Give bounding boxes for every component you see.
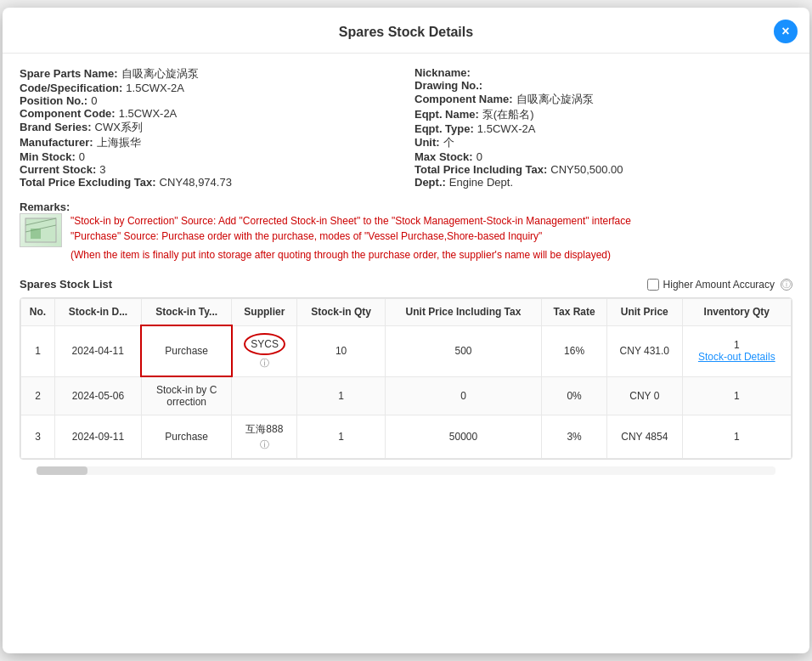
manufacturer-value: 上海振华: [97, 135, 141, 150]
eqpt-type-label: Eqpt. Type:: [414, 122, 474, 135]
remarks-line2: "Purchase" Source: Purchase order with t…: [70, 229, 631, 244]
supplier-circle: SYCS: [244, 333, 285, 355]
manufacturer-row: Manufacturer: 上海振华: [20, 135, 398, 150]
remarks-image: [20, 213, 62, 247]
dept-label: Dept.:: [414, 176, 446, 189]
row2-tax-rate: 0%: [542, 376, 607, 415]
row3-qty: 1: [297, 415, 386, 459]
current-stock-row: Current Stock: 3: [20, 163, 398, 176]
eqpt-name-row: Eqpt. Name: 泵(在船名): [414, 107, 792, 122]
row2-date: 2024-05-06: [55, 376, 142, 415]
component-code-value: 1.5CWX-2A: [119, 107, 178, 120]
col-stock-type: Stock-in Ty...: [141, 299, 231, 326]
drawing-no-label: Drawing No.:: [414, 79, 482, 92]
row3-date: 2024-09-11: [55, 415, 142, 459]
modal-container: Spares Stock Details × Spare Parts Name:…: [3, 8, 809, 653]
total-price-excl-value: CNY48,974.73: [160, 176, 232, 189]
row3-unit-price-tax: 50000: [385, 415, 541, 459]
row3-supplier: 互海888 ⓘ: [232, 415, 297, 459]
max-stock-row: Max Stock: 0: [414, 150, 792, 163]
horizontal-scrollbar[interactable]: [37, 466, 775, 475]
accuracy-label: Higher Amount Accuracy: [663, 279, 775, 291]
total-price-incl-label: Total Price Including Tax:: [414, 163, 547, 176]
max-stock-value: 0: [476, 150, 482, 163]
dept-row: Dept.: Engine Dept.: [414, 176, 792, 189]
col-unit-price: Unit Price: [607, 299, 683, 326]
eqpt-type-value: 1.5CWX-2A: [477, 122, 536, 135]
row2-inventory: 1: [682, 376, 791, 415]
close-button[interactable]: ×: [774, 20, 798, 43]
accuracy-checkbox[interactable]: [647, 279, 659, 291]
supplier-info-icon[interactable]: ⓘ: [238, 357, 291, 370]
stock-list-title: Spares Stock List: [20, 278, 112, 291]
table-header-row: No. Stock-in D... Stock-in Ty... Supplie…: [21, 299, 792, 326]
nickname-row: Nickname:: [414, 66, 792, 79]
row3-supplier-info-icon[interactable]: ⓘ: [237, 438, 291, 451]
component-code-row: Component Code: 1.5CWX-2A: [20, 107, 398, 120]
remarks-content: "Stock-in by Correction" Source: Add "Co…: [20, 213, 792, 263]
row2-supplier: [232, 376, 297, 415]
position-no-value: 0: [91, 94, 97, 107]
info-right-column: Nickname: Drawing No.: Component Name: 自…: [414, 66, 792, 189]
eqpt-name-label: Eqpt. Name:: [414, 108, 479, 121]
eqpt-name-value: 泵(在船名): [482, 107, 534, 122]
component-name-value: 自吸离心旋涡泵: [516, 92, 594, 107]
drawing-no-row: Drawing No.:: [414, 79, 792, 92]
accuracy-info-icon[interactable]: ⓘ: [781, 279, 792, 291]
spare-parts-name-row: Spare Parts Name: 自吸离心旋涡泵: [20, 66, 398, 82]
total-price-excl-row: Total Price Excluding Tax: CNY48,974.73: [20, 176, 398, 189]
component-name-label: Component Name:: [414, 93, 513, 105]
dept-value: Engine Dept.: [449, 176, 513, 189]
table-row: 2 2024-05-06 Stock-in by Correction 1 0 …: [21, 376, 792, 415]
unit-value: 个: [443, 135, 454, 150]
col-no: No.: [21, 299, 55, 326]
row3-unit-price: CNY 4854: [607, 415, 683, 459]
remarks-line3: (When the item is finally put into stora…: [70, 247, 631, 263]
remarks-label: Remarks:: [20, 201, 792, 213]
row1-inventory: 1 Stock-out Details: [682, 325, 791, 376]
scrollbar-thumb[interactable]: [37, 466, 87, 475]
stock-list-header: Spares Stock List Higher Amount Accuracy…: [20, 278, 792, 291]
row2-qty: 1: [297, 376, 386, 415]
row1-tax-rate: 16%: [542, 325, 607, 376]
spare-parts-name-label: Spare Parts Name:: [20, 67, 118, 80]
min-stock-value: 0: [79, 150, 85, 163]
row2-unit-price: CNY 0: [607, 376, 683, 415]
modal-header: Spares Stock Details ×: [3, 8, 809, 54]
row1-type: Purchase: [141, 325, 231, 376]
stock-table-container: No. Stock-in D... Stock-in Ty... Supplie…: [20, 297, 792, 460]
code-spec-value: 1.5CWX-2A: [126, 82, 184, 94]
stock-table: No. Stock-in D... Stock-in Ty... Supplie…: [20, 298, 792, 459]
row2-type: Stock-in by Correction: [141, 376, 231, 415]
table-row: 3 2024-09-11 Purchase 互海888 ⓘ 1 50000 3%…: [21, 415, 792, 459]
manufacturer-label: Manufacturer:: [20, 136, 93, 149]
brand-series-label: Brand Series:: [20, 121, 92, 133]
col-unit-price-tax: Unit Price Including Tax: [385, 299, 541, 326]
min-stock-row: Min Stock: 0: [20, 150, 398, 163]
stock-out-details-link[interactable]: Stock-out Details: [698, 351, 775, 363]
row3-no: 3: [21, 415, 55, 459]
brand-series-value: CWX系列: [95, 120, 143, 135]
col-stock-date: Stock-in D...: [55, 299, 142, 326]
code-spec-label: Code/Specification:: [20, 82, 122, 94]
current-stock-value: 3: [99, 163, 105, 176]
row1-no: 1: [21, 325, 55, 376]
row3-tax-rate: 3%: [542, 415, 607, 459]
remarks-section: Remarks: "Stock-in by Correction" Source…: [3, 197, 809, 269]
max-stock-label: Max Stock:: [414, 150, 473, 163]
row1-supplier: SYCS ⓘ: [232, 325, 297, 376]
info-left-column: Spare Parts Name: 自吸离心旋涡泵 Code/Specifica…: [20, 66, 398, 189]
modal-title: Spares Stock Details: [339, 25, 473, 39]
accuracy-checkbox-container[interactable]: Higher Amount Accuracy ⓘ: [647, 279, 792, 291]
min-stock-label: Min Stock:: [20, 150, 76, 163]
row2-no: 2: [21, 376, 55, 415]
row3-inventory: 1: [682, 415, 791, 459]
col-tax-rate: Tax Rate: [542, 299, 607, 326]
row2-unit-price-tax: 0: [385, 376, 541, 415]
position-no-label: Position No.:: [20, 94, 87, 107]
brand-series-row: Brand Series: CWX系列: [20, 120, 398, 135]
eqpt-type-row: Eqpt. Type: 1.5CWX-2A: [414, 122, 792, 135]
row1-date: 2024-04-11: [55, 325, 142, 376]
remarks-text-block: "Stock-in by Correction" Source: Add "Co…: [70, 213, 631, 263]
col-supplier: Supplier: [232, 299, 297, 326]
